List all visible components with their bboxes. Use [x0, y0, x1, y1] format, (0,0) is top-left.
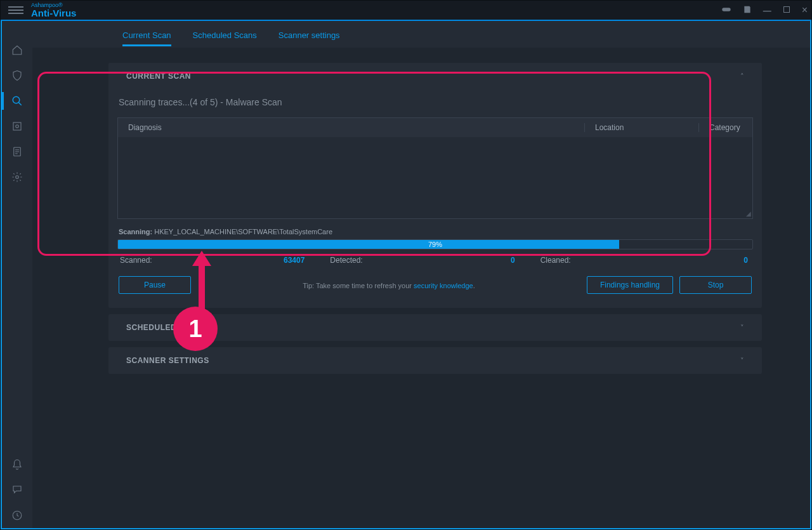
- chevron-up-icon: ˄: [740, 72, 744, 81]
- scan-progress-bar: 79%: [117, 239, 753, 249]
- tab-scanner-settings[interactable]: Scanner settings: [278, 23, 340, 46]
- svg-rect-4: [13, 123, 21, 130]
- scanning-label: Scanning:: [119, 228, 152, 235]
- svg-point-2: [13, 96, 20, 103]
- svg-point-10: [16, 176, 19, 179]
- sidebar-shield-icon[interactable]: [2, 63, 32, 88]
- panel-scanner-settings: SCANNER SETTINGS ˅: [108, 347, 762, 374]
- results-body-empty: ◢: [118, 137, 752, 218]
- tab-current-scan[interactable]: Current Scan: [122, 23, 171, 46]
- tip-text: Tip: Take some time to refresh your secu…: [303, 282, 475, 289]
- resize-handle-icon[interactable]: ◢: [746, 210, 751, 217]
- titlebar-icon-note[interactable]: [743, 5, 752, 15]
- menu-hamburger[interactable]: [8, 6, 23, 14]
- sidebar-settings-icon[interactable]: [2, 164, 32, 190]
- scanning-path: HKEY_LOCAL_MACHINE\SOFTWARE\TotalSystemC…: [154, 228, 332, 235]
- tip-link[interactable]: security knowledge: [414, 282, 473, 289]
- panel-head-settings[interactable]: SCANNER SETTINGS ˅: [108, 347, 762, 374]
- brand-name: Anti-Virus: [31, 8, 76, 18]
- panel-head-scheduled[interactable]: SCHEDULED SCANS ˅: [108, 314, 762, 341]
- stat-scanned-value: 63407: [284, 256, 304, 265]
- pause-button[interactable]: Pause: [119, 276, 191, 294]
- brand-block: Ashampoo® Anti-Virus: [31, 3, 76, 18]
- window-close[interactable]: ×: [802, 5, 808, 15]
- stat-detected-value: 0: [511, 256, 515, 265]
- chevron-down-icon: ˅: [740, 324, 744, 332]
- sidebar-logs-icon[interactable]: [2, 139, 32, 164]
- panel-title: SCANNER SETTINGS: [126, 356, 209, 365]
- sidebar-feedback-icon[interactable]: [2, 477, 32, 503]
- tabs-bar: Current Scan Scheduled Scans Scanner set…: [32, 21, 810, 48]
- col-header-diagnosis[interactable]: Diagnosis: [118, 123, 585, 132]
- stat-scanned-label: Scanned:: [120, 256, 152, 265]
- sidebar-search-icon[interactable]: [2, 88, 32, 114]
- stop-button[interactable]: Stop: [679, 276, 752, 294]
- stat-detected-label: Detected:: [330, 256, 362, 265]
- panel-title: CURRENT SCAN: [126, 72, 191, 81]
- panel-current-scan: CURRENT SCAN ˄ Scanning traces...(4 of 5…: [108, 63, 762, 308]
- sidebar-home-icon[interactable]: [2, 37, 32, 63]
- svg-point-5: [16, 125, 19, 128]
- chevron-down-icon: ˅: [740, 357, 744, 365]
- scan-progress-text: 79%: [118, 240, 752, 249]
- panel-title: SCHEDULED SCANS: [126, 323, 207, 332]
- panel-scheduled-scans: SCHEDULED SCANS ˅: [108, 314, 762, 341]
- sidebar-update-icon[interactable]: [2, 503, 32, 528]
- panel-head-current-scan[interactable]: CURRENT SCAN ˄: [108, 63, 762, 89]
- stat-cleaned-value: 0: [743, 256, 748, 265]
- window-maximize[interactable]: [783, 6, 790, 15]
- tab-scheduled-scans[interactable]: Scheduled Scans: [193, 23, 257, 46]
- sidebar-quarantine-icon[interactable]: [2, 114, 32, 139]
- scan-status-text: Scanning traces...(4 of 5) - Malware Sca…: [117, 89, 753, 117]
- results-table: Diagnosis Location Category ◢: [117, 117, 753, 219]
- svg-rect-1: [783, 7, 789, 13]
- window-minimize[interactable]: —: [763, 6, 771, 15]
- titlebar: Ashampoo® Anti-Virus — ×: [1, 1, 811, 21]
- svg-rect-0: [722, 8, 730, 11]
- col-header-category[interactable]: Category: [699, 123, 752, 132]
- stat-cleaned-label: Cleaned:: [540, 256, 571, 265]
- titlebar-icon-gamepad[interactable]: [721, 4, 731, 16]
- scanning-line: Scanning: HKEY_LOCAL_MACHINE\SOFTWARE\To…: [117, 219, 753, 239]
- findings-handling-button[interactable]: Findings handling: [587, 276, 673, 294]
- sidebar: [2, 21, 32, 528]
- sidebar-notifications-icon[interactable]: [2, 452, 32, 477]
- col-header-location[interactable]: Location: [585, 123, 699, 132]
- svg-line-3: [18, 102, 22, 105]
